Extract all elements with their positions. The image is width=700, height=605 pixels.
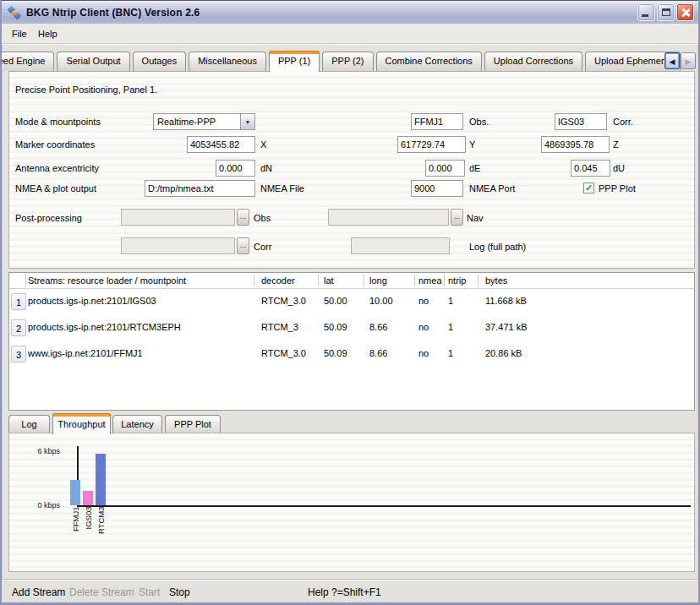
cell-decoder: RTCM_3.0: [261, 296, 306, 306]
col-header-bytes: bytes: [485, 275, 507, 286]
throughput-chart: [9, 433, 694, 505]
cell-decoder: RTCM_3: [261, 322, 298, 332]
app-icon: [8, 6, 21, 19]
cell-bytes: 37.471 kB: [485, 322, 528, 332]
col-header-decoder: decoder: [261, 275, 295, 286]
cell-mountpoint: www.igs-ip.net:2101/FFMJ1: [28, 348, 143, 358]
post-log-label: Log (full path): [469, 242, 526, 252]
post-obs-input[interactable]: [121, 209, 235, 226]
row-header: 1: [11, 293, 26, 310]
start-button[interactable]: Start: [139, 586, 160, 598]
cell-lat: 50.09: [324, 322, 347, 332]
antenna-du-input[interactable]: [571, 160, 610, 177]
bar-igs03: [83, 491, 93, 505]
col-header-streams: Streams: resource loader / mountpoint: [28, 275, 186, 286]
cell-long: 8.66: [369, 322, 387, 332]
post-nav-browse-button[interactable]: ...: [451, 209, 463, 226]
post-corr-browse-button[interactable]: ...: [237, 237, 249, 254]
throughput-panel: 6 kbps 0 kbps FFMJ1 IGS03 RTCM3: [8, 433, 695, 572]
obs-mountpoint-input[interactable]: [411, 113, 463, 130]
ppp-panel: Precise Point Positioning, Panel 1. Mode…: [8, 71, 695, 269]
nmea-port-input[interactable]: [411, 180, 463, 197]
mode-combo-value: Realtime-PPP: [156, 117, 240, 127]
tab-outages[interactable]: Outages: [133, 52, 187, 71]
mode-mountpoints-label: Mode & mountpoints: [15, 117, 101, 127]
tab-feed-engine[interactable]: Feed Engine: [2, 52, 54, 71]
maximize-button[interactable]: [657, 3, 675, 21]
menubar: File Help: [2, 24, 698, 44]
col-header-nmea: nmea: [418, 275, 442, 286]
bar-label-igs03: IGS03: [84, 507, 93, 541]
tab-scroll-right-button[interactable]: ▶: [681, 52, 696, 69]
cell-ntrip: 1: [448, 322, 453, 332]
titlebar: BKG Ntrip Client (BNC) Version 2.6: [2, 0, 698, 24]
minimize-icon: [642, 14, 648, 17]
cell-long: 10.00: [369, 296, 393, 306]
cell-nmea: no: [418, 296, 429, 306]
row-header: 2: [11, 319, 26, 336]
cell-ntrip: 1: [448, 348, 453, 358]
cell-long: 8.66: [369, 348, 387, 358]
tab-scroll-left-button[interactable]: ◀: [664, 52, 680, 69]
minimize-button[interactable]: [637, 3, 655, 21]
tab-latency[interactable]: Latency: [112, 415, 162, 433]
marker-x-label: X: [260, 139, 266, 150]
post-nav-input[interactable]: [328, 209, 449, 226]
marker-y-input[interactable]: [397, 136, 466, 153]
antenna-dn-input[interactable]: [216, 160, 255, 177]
post-processing-label: Post-processing: [15, 213, 82, 223]
tab-ppp-plot[interactable]: PPP Plot: [165, 415, 221, 433]
cell-bytes: 11.668 kB: [485, 296, 527, 306]
mode-combo[interactable]: Realtime-PPP ▼: [153, 113, 255, 130]
tab-throughput[interactable]: Throughput: [52, 413, 111, 434]
tab-upload-corrections[interactable]: Upload Corrections: [484, 52, 582, 71]
corr-mountpoint-input[interactable]: [555, 113, 607, 130]
post-obs-browse-button[interactable]: ...: [237, 209, 249, 226]
nmea-port-label: NMEA Port: [469, 183, 515, 193]
bar-label-rtcm3: RTCM3: [96, 507, 106, 541]
cell-nmea: no: [418, 348, 429, 358]
antenna-de-input[interactable]: [425, 160, 465, 177]
tab-serial-output[interactable]: Serial Output: [57, 52, 129, 71]
cell-ntrip: 1: [448, 296, 453, 306]
marker-coordinates-label: Marker coordinates: [15, 139, 95, 150]
ppp-plot-label: PPP Plot: [599, 183, 636, 193]
post-log-input[interactable]: [351, 237, 450, 254]
bottom-tabbar: Log Throughput Latency PPP Plot: [2, 413, 698, 433]
add-stream-button[interactable]: Add Stream: [12, 586, 65, 598]
tab-log[interactable]: Log: [8, 415, 50, 433]
nmea-file-label: NMEA File: [260, 183, 304, 193]
nmea-file-input[interactable]: [145, 180, 255, 197]
antenna-du-label: dU: [613, 163, 625, 173]
menu-file[interactable]: File: [8, 28, 30, 40]
window-title: BKG Ntrip Client (BNC) Version 2.6: [26, 7, 200, 19]
ppp-plot-checkbox[interactable]: ✓: [583, 183, 594, 193]
post-corr-input[interactable]: [121, 237, 235, 254]
menu-help[interactable]: Help: [35, 28, 61, 40]
cell-bytes: 20.86 kB: [485, 348, 522, 358]
post-nav-label: Nav: [467, 213, 484, 223]
antenna-dn-label: dN: [260, 163, 272, 173]
tab-ppp-1[interactable]: PPP (1): [269, 51, 320, 72]
marker-z-label: Z: [613, 139, 619, 150]
tab-miscellaneous[interactable]: Miscellaneous: [189, 52, 266, 71]
marker-y-label: Y: [469, 139, 475, 150]
corr-label: Corr.: [613, 117, 633, 127]
marker-x-input[interactable]: [187, 136, 255, 153]
close-button[interactable]: [676, 3, 694, 21]
bar-rtcm3: [96, 454, 106, 505]
main-tabbar: Feed Engine Serial Output Outages Miscel…: [2, 51, 698, 72]
post-corr-label: Corr: [254, 242, 271, 252]
streams-table: Streams: resource loader / mountpoint de…: [8, 272, 695, 411]
marker-z-input[interactable]: [541, 136, 610, 153]
tab-combine-corrections[interactable]: Combine Corrections: [376, 52, 482, 71]
stop-button[interactable]: Stop: [169, 586, 190, 598]
row-header: 3: [11, 346, 26, 362]
cell-lat: 50.09: [324, 348, 347, 358]
cell-mountpoint: products.igs-ip.net:2101/IGS03: [28, 296, 156, 306]
antenna-de-label: dE: [469, 163, 480, 173]
chevron-down-icon[interactable]: ▼: [240, 114, 254, 129]
obs-label: Obs.: [469, 117, 489, 127]
tab-ppp-2[interactable]: PPP (2): [322, 52, 373, 71]
delete-stream-button[interactable]: Delete Stream: [69, 586, 134, 598]
